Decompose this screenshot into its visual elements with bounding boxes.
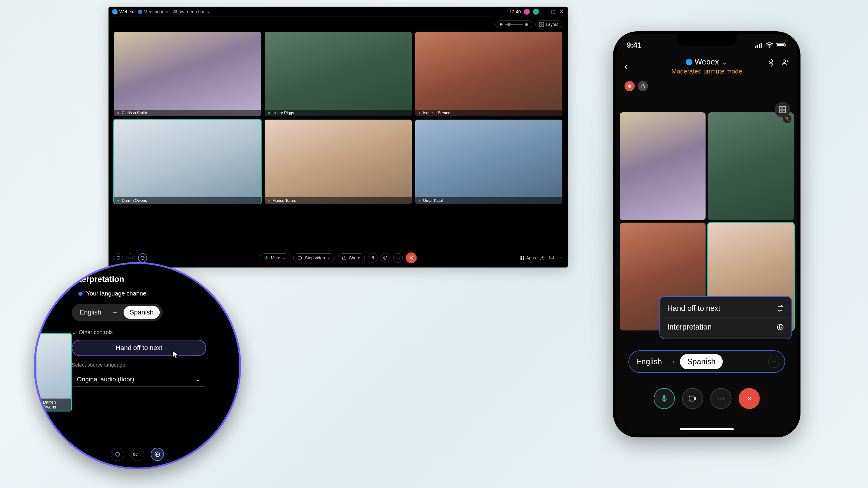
globe-icon bbox=[776, 323, 784, 331]
svg-point-25 bbox=[769, 47, 770, 48]
interpretation-button-active[interactable] bbox=[151, 448, 164, 461]
view-controls-row: ⊖ ⊕ Layout bbox=[108, 17, 568, 32]
language-bar[interactable]: English → Spanish ⋯ bbox=[628, 350, 785, 373]
mobile-call-controls: ⋯ bbox=[654, 388, 760, 409]
share-label: Share bbox=[349, 255, 360, 260]
presence-avatar-1[interactable] bbox=[524, 9, 530, 15]
mic-active-icon bbox=[116, 199, 120, 202]
to-language[interactable]: Spanish bbox=[680, 354, 723, 369]
layout-button[interactable]: Layout bbox=[535, 21, 562, 28]
more-button[interactable]: ⋯ bbox=[768, 356, 780, 368]
zoom-out-icon[interactable]: ⊖ bbox=[499, 22, 503, 27]
video-tile[interactable]: Marise Torres bbox=[265, 120, 412, 204]
home-indicator[interactable] bbox=[680, 428, 734, 430]
mic-muted-icon bbox=[418, 199, 421, 202]
video-tile[interactable] bbox=[708, 112, 794, 220]
interpretation-title: Interpretation bbox=[72, 275, 206, 284]
chevron-down-icon[interactable]: ⌄ bbox=[327, 256, 330, 260]
interpretation-menu-item[interactable]: Interpretation bbox=[660, 318, 792, 336]
minimize-button[interactable]: — bbox=[542, 9, 547, 14]
from-language[interactable]: English bbox=[633, 357, 665, 366]
video-tile[interactable]: Umar Patel bbox=[415, 120, 562, 204]
language-direction-toggle[interactable]: English → Spanish bbox=[72, 304, 163, 321]
svg-rect-0 bbox=[539, 22, 541, 24]
mobile-header: ‹ Webex ⌄ Moderated unmute mode bbox=[616, 51, 798, 78]
chat-button[interactable] bbox=[549, 255, 554, 260]
arrow-right-icon: → bbox=[112, 308, 118, 316]
leave-button[interactable] bbox=[406, 253, 416, 263]
handoff-menu-item[interactable]: Hand off to next bbox=[660, 299, 792, 318]
chevron-down-icon[interactable]: ⌄ bbox=[283, 256, 286, 260]
cc-button[interactable]: cc ⌄ bbox=[131, 448, 144, 461]
svg-rect-1 bbox=[542, 22, 544, 24]
video-tile[interactable]: Clarissa Smith bbox=[114, 32, 261, 116]
mobile-screen: 9:41 ‹ Webex ⌄ Moderated unmute mode bbox=[616, 34, 798, 434]
participant-name: Clarissa Smith bbox=[122, 110, 147, 115]
menu-label: Show menu bar bbox=[173, 9, 205, 14]
cursor-icon bbox=[172, 350, 180, 359]
chevron-down-icon: ⌄ bbox=[206, 9, 210, 14]
zoom-slider[interactable] bbox=[505, 24, 523, 25]
svg-rect-12 bbox=[521, 256, 522, 258]
meeting-info-button[interactable]: Meeting info bbox=[138, 9, 168, 14]
participants-icon[interactable] bbox=[781, 59, 789, 67]
more-button[interactable]: ⋯ bbox=[393, 253, 403, 263]
video-button[interactable] bbox=[682, 388, 703, 409]
mobile-subtitle: Moderated unmute mode bbox=[616, 68, 798, 75]
apps-button[interactable]: Apps bbox=[520, 255, 536, 260]
chevron-down-icon[interactable]: ⌄ bbox=[721, 57, 728, 67]
interpretation-label: Interpretation bbox=[667, 323, 712, 331]
more-button[interactable]: ⋯ bbox=[710, 388, 732, 409]
svg-rect-15 bbox=[523, 258, 524, 260]
assistant-button[interactable] bbox=[114, 253, 123, 262]
participants-button[interactable] bbox=[540, 255, 545, 260]
reactions-button[interactable] bbox=[380, 253, 390, 263]
mic-muted-icon bbox=[116, 111, 120, 115]
stop-video-button[interactable]: Stop video ⌄ bbox=[293, 253, 335, 262]
show-menu-bar-button[interactable]: Show menu bar ⌄ bbox=[173, 9, 210, 14]
layout-button[interactable] bbox=[775, 102, 790, 118]
back-button[interactable]: ‹ bbox=[624, 60, 628, 72]
hand-off-button[interactable]: Hand off to next bbox=[72, 340, 206, 356]
video-tile[interactable]: Isabelle Brennan bbox=[415, 32, 562, 116]
svg-rect-18 bbox=[550, 256, 554, 259]
mute-label: Mute bbox=[271, 255, 280, 260]
video-tile[interactable] bbox=[620, 112, 706, 220]
raise-hand-button[interactable] bbox=[368, 253, 377, 263]
svg-rect-39 bbox=[689, 396, 694, 401]
source-language-select[interactable]: Original audio (floor) ⌄ bbox=[72, 372, 206, 387]
svg-rect-7 bbox=[298, 256, 301, 259]
panel-more-button[interactable]: ⋯ bbox=[558, 255, 562, 260]
participant-name: Isabelle Brennan bbox=[423, 110, 453, 115]
mute-button[interactable] bbox=[654, 388, 675, 409]
share-button[interactable]: Share bbox=[338, 253, 365, 262]
interpretation-button[interactable] bbox=[138, 253, 147, 262]
bluetooth-icon[interactable] bbox=[768, 59, 774, 67]
mute-button[interactable]: Mute ⌄ bbox=[260, 253, 290, 262]
status-time: 9:41 bbox=[627, 41, 641, 50]
video-tile[interactable]: Henry Riggs bbox=[265, 32, 412, 116]
zoom-in-icon[interactable]: ⊕ bbox=[525, 22, 528, 27]
interpretation-panel-magnified: Darren Owens Interpretation Your languag… bbox=[34, 262, 241, 469]
apps-label: Apps bbox=[526, 255, 536, 260]
close-button[interactable]: ✕ bbox=[559, 9, 564, 14]
leave-button[interactable] bbox=[739, 388, 760, 409]
video-tile-active[interactable]: Darren Owens bbox=[114, 120, 261, 204]
svg-rect-33 bbox=[783, 107, 786, 109]
svg-point-4 bbox=[117, 256, 120, 259]
assistant-button[interactable] bbox=[111, 448, 124, 461]
other-controls-header[interactable]: ⌄ Other controls bbox=[72, 329, 206, 335]
participant-name: Marise Torres bbox=[273, 198, 296, 203]
to-language[interactable]: Spanish bbox=[124, 306, 160, 319]
cc-button[interactable]: cc bbox=[126, 253, 135, 262]
maximize-button[interactable]: ▢ bbox=[550, 9, 556, 14]
svg-rect-3 bbox=[542, 25, 544, 27]
battery-icon bbox=[776, 42, 786, 48]
source-value: Original audio (floor) bbox=[77, 376, 134, 383]
signal-icon bbox=[755, 42, 763, 48]
video-tile-fragment: Darren Owens bbox=[36, 333, 72, 412]
presence-avatar-2[interactable] bbox=[533, 9, 539, 15]
zoom-control[interactable]: ⊖ ⊕ bbox=[495, 21, 532, 28]
video-grid: Clarissa Smith Henry Riggs Isabelle Bren… bbox=[108, 32, 568, 204]
from-language[interactable]: English bbox=[75, 307, 106, 318]
